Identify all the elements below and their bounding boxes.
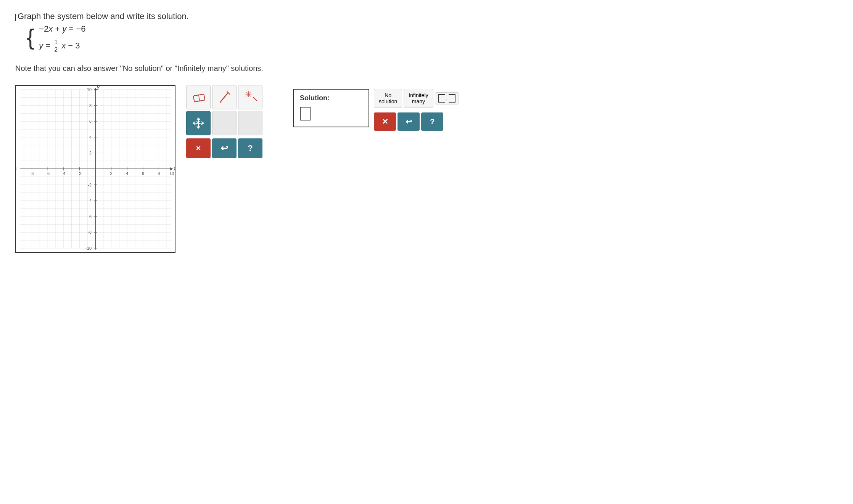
solution-input[interactable]: [300, 107, 311, 120]
svg-text:10: 10: [87, 87, 92, 92]
svg-text:-8: -8: [88, 230, 92, 235]
svg-text:4: 4: [89, 135, 92, 140]
svg-text:-6: -6: [46, 171, 50, 176]
svg-text:6: 6: [89, 119, 92, 124]
clear-button[interactable]: ×: [186, 138, 211, 158]
svg-text:✕: ✕: [196, 120, 200, 126]
closed-bracket-icon: [449, 94, 455, 103]
eraser-button[interactable]: [186, 85, 211, 109]
toolbar-second-row: ✕: [186, 111, 262, 135]
infinitely-many-button[interactable]: Infinitelymany: [404, 89, 433, 108]
equation-1: −2x + y = −6: [39, 21, 85, 37]
svg-text:-4: -4: [88, 199, 92, 203]
toolbar-top-row: ✳: [186, 85, 262, 109]
toolbar: ✳: [186, 85, 262, 158]
undo-icon: ↩: [220, 143, 228, 154]
sol-help-label: ?: [430, 117, 435, 126]
move-button[interactable]: ✕: [186, 111, 211, 135]
graph-container[interactable]: x y -10 -8 -6 -4 -2 2 4 6: [15, 85, 175, 253]
equations-block: { −2x + y = −6 y = 1 2 x − 3: [27, 21, 838, 53]
svg-text:10: 10: [169, 171, 174, 176]
empty-tool[interactable]: [212, 111, 237, 135]
svg-text:6: 6: [142, 171, 144, 176]
interval-notation-button[interactable]: ,: [435, 92, 459, 104]
svg-line-92: [253, 97, 257, 101]
comma-separator: ,: [446, 96, 447, 101]
sol-undo-icon: ↩: [406, 117, 412, 126]
action-row: × ↩ ?: [186, 138, 262, 158]
open-bracket-icon: [438, 94, 445, 103]
equation-2: y = 1 2 x − 3: [39, 38, 85, 54]
svg-marker-41: [170, 168, 173, 171]
svg-text:-4: -4: [62, 171, 66, 176]
solution-label: Solution:: [300, 94, 362, 102]
solution-panel: Solution: Nosolution Infinitelymany ,: [293, 89, 459, 131]
help-button[interactable]: ?: [238, 138, 262, 158]
solution-box: Solution:: [293, 89, 369, 127]
sol-help-button[interactable]: ?: [421, 112, 443, 131]
no-solution-button[interactable]: Nosolution: [374, 89, 402, 108]
svg-text:8: 8: [89, 103, 92, 108]
svg-marker-43: [94, 88, 97, 91]
sol-action-row: ✕ ↩ ?: [374, 112, 459, 131]
svg-text:-2: -2: [78, 171, 82, 176]
sol-clear-icon: ✕: [382, 117, 388, 126]
crosshair-button[interactable]: ✳: [238, 85, 262, 109]
svg-line-87: [199, 95, 200, 101]
sol-undo-button[interactable]: ↩: [398, 112, 420, 131]
main-area: x y -10 -8 -6 -4 -2 2 4 6: [15, 85, 838, 253]
svg-text:y: y: [97, 86, 100, 90]
clear-label: ×: [196, 143, 201, 153]
svg-text:4: 4: [126, 171, 128, 176]
special-buttons-row: Nosolution Infinitelymany ,: [374, 89, 459, 108]
empty-tool-2[interactable]: [238, 111, 262, 135]
svg-text:-6: -6: [88, 214, 92, 219]
page-title: Graph the system below and write its sol…: [18, 11, 189, 21]
svg-line-88: [220, 93, 228, 102]
svg-text:2: 2: [110, 171, 113, 176]
svg-text:-2: -2: [88, 183, 92, 187]
pencil-button[interactable]: [212, 85, 237, 109]
sol-clear-button[interactable]: ✕: [374, 112, 396, 131]
note-text: Note that you can also answer "No soluti…: [15, 64, 838, 73]
svg-text:-10: -10: [85, 246, 92, 250]
svg-text:-8: -8: [30, 171, 34, 176]
brace-symbol: {: [27, 26, 34, 49]
svg-text:8: 8: [158, 171, 160, 176]
help-label: ?: [248, 143, 253, 153]
svg-text:✳: ✳: [245, 90, 252, 99]
undo-button[interactable]: ↩: [212, 138, 237, 158]
svg-text:2: 2: [89, 151, 92, 156]
graph-svg[interactable]: x y -10 -8 -6 -4 -2 2 4 6: [16, 86, 175, 252]
svg-marker-89: [220, 102, 222, 103]
